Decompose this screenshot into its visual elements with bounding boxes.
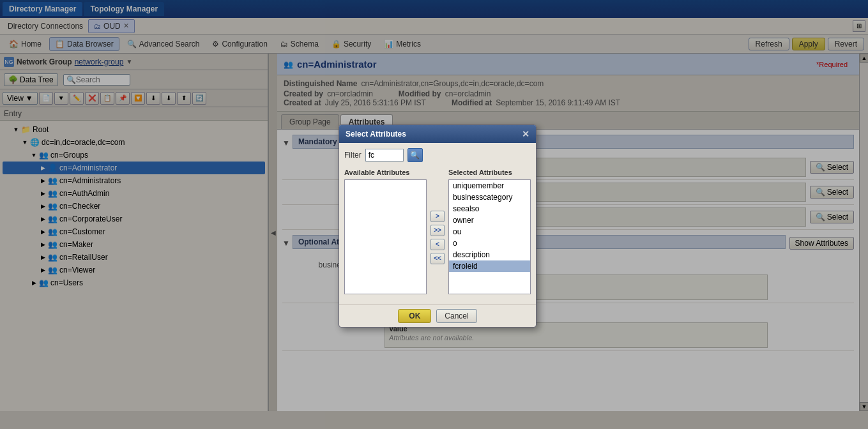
dialog-title-bar: Select Attributes ✕	[339, 125, 536, 143]
dialog-body: Filter 🔍 Available Attributes >	[339, 143, 536, 305]
move-all-left-btn[interactable]: <<	[430, 253, 445, 264]
selected-attr-o[interactable]: o	[449, 237, 530, 249]
selected-attr-seealso[interactable]: seealso	[449, 203, 530, 214]
select-attributes-dialog: Select Attributes ✕ Filter 🔍 Available A…	[339, 124, 537, 327]
selected-attr-owner[interactable]: owner	[449, 214, 530, 226]
available-attrs-list[interactable]	[344, 179, 427, 294]
move-right-btn[interactable]: >	[430, 211, 445, 222]
selected-attr-description[interactable]: description	[449, 249, 530, 260]
move-all-right-btn[interactable]: >>	[430, 225, 445, 236]
attrs-arrows: > >> < <<	[430, 167, 445, 294]
filter-search-btn[interactable]: 🔍	[407, 148, 423, 162]
available-attrs-column: Available Attributes	[344, 167, 427, 294]
dialog-close-btn[interactable]: ✕	[522, 129, 529, 139]
dialog-overlay: Select Attributes ✕ Filter 🔍 Available A…	[0, 0, 868, 429]
move-left-btn[interactable]: <	[430, 239, 445, 250]
selected-attr-uniquemember[interactable]: uniquemember	[449, 180, 530, 192]
selected-attrs-column: Selected Attributes uniquemember busines…	[448, 167, 531, 294]
selected-attrs-list[interactable]: uniquemember businesscategory seealso ow…	[448, 179, 531, 294]
selected-attr-fcroleid[interactable]: fcroleid	[449, 260, 530, 272]
selected-attr-businesscategory[interactable]: businesscategory	[449, 192, 530, 203]
ok-button[interactable]: OK	[398, 309, 431, 323]
filter-search-icon: 🔍	[410, 151, 420, 160]
dialog-footer: OK Cancel	[339, 305, 536, 327]
cancel-button[interactable]: Cancel	[436, 309, 476, 323]
selected-attr-ou[interactable]: ou	[449, 226, 530, 237]
filter-row: Filter 🔍	[344, 148, 531, 162]
attrs-panel: Available Attributes > >> < << Selected …	[344, 167, 531, 294]
filter-input[interactable]	[365, 149, 404, 162]
